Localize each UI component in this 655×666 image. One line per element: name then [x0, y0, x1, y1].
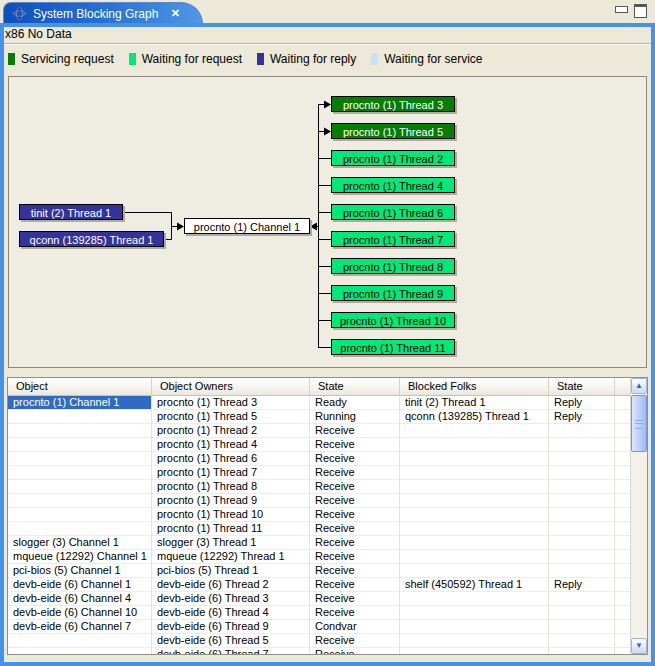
- table-row[interactable]: procnto (1) Thread 5Runningqconn (139285…: [8, 410, 647, 424]
- cell-owner[interactable]: procnto (1) Thread 8: [152, 480, 310, 494]
- column-header-object-owners[interactable]: Object Owners: [152, 378, 310, 396]
- cell-owner[interactable]: procnto (1) Thread 10: [152, 508, 310, 522]
- cell-object[interactable]: [8, 452, 152, 466]
- cell-state[interactable]: Receive: [310, 550, 400, 564]
- cell-state[interactable]: Receive: [310, 522, 400, 536]
- minimize-icon[interactable]: [615, 6, 628, 13]
- cell-owner[interactable]: procnto (1) Thread 5: [152, 410, 310, 424]
- cell-state[interactable]: Receive: [310, 536, 400, 550]
- cell-object[interactable]: devb-eide (6) Channel 7: [8, 620, 152, 634]
- table-row[interactable]: procnto (1) Thread 6Receive: [8, 452, 647, 466]
- cell-blocked-state[interactable]: [549, 592, 615, 606]
- cell-owner[interactable]: procnto (1) Thread 2: [152, 424, 310, 438]
- cell-state[interactable]: Receive: [310, 452, 400, 466]
- cell-state[interactable]: Condvar: [310, 620, 400, 634]
- cell-state[interactable]: Receive: [310, 466, 400, 480]
- cell-object[interactable]: slogger (3) Channel 1: [8, 536, 152, 550]
- cell-blocked-state[interactable]: [549, 466, 615, 480]
- cell-owner[interactable]: procnto (1) Thread 7: [152, 466, 310, 480]
- cell-object[interactable]: [8, 508, 152, 522]
- cell-object[interactable]: mqueue (12292) Channel 1: [8, 550, 152, 564]
- graph-node-thread[interactable]: procnto (1) Thread 4: [331, 177, 455, 193]
- table-row[interactable]: procnto (1) Channel 1procnto (1) Thread …: [8, 396, 647, 410]
- cell-blocked[interactable]: [400, 620, 549, 634]
- cell-object[interactable]: [8, 424, 152, 438]
- cell-object[interactable]: [8, 634, 152, 648]
- cell-owner[interactable]: devb-eide (6) Thread 3: [152, 592, 310, 606]
- cell-state[interactable]: Ready: [310, 396, 400, 410]
- table-row[interactable]: slogger (3) Channel 1slogger (3) Thread …: [8, 536, 647, 550]
- table-row[interactable]: devb-eide (6) Channel 7devb-eide (6) Thr…: [8, 620, 647, 634]
- table-row[interactable]: mqueue (12292) Channel 1mqueue (12292) T…: [8, 550, 647, 564]
- cell-blocked[interactable]: qconn (139285) Thread 1: [400, 410, 549, 424]
- table-row[interactable]: procnto (1) Thread 2Receive: [8, 424, 647, 438]
- cell-blocked-state[interactable]: [549, 648, 615, 655]
- cell-blocked-state[interactable]: [549, 634, 615, 648]
- graph-node-client[interactable]: qconn (139285) Thread 1: [19, 231, 164, 247]
- cell-blocked-state[interactable]: [549, 522, 615, 536]
- cell-object[interactable]: devb-eide (6) Channel 1: [8, 578, 152, 592]
- cell-object[interactable]: [8, 480, 152, 494]
- cell-blocked[interactable]: [400, 466, 549, 480]
- cell-owner[interactable]: devb-eide (6) Thread 7: [152, 648, 310, 655]
- cell-blocked[interactable]: [400, 648, 549, 655]
- cell-owner[interactable]: pci-bios (5) Thread 1: [152, 564, 310, 578]
- cell-owner[interactable]: devb-eide (6) Thread 2: [152, 578, 310, 592]
- column-header-state[interactable]: State: [310, 378, 400, 396]
- graph-node-thread[interactable]: procnto (1) Thread 6: [331, 204, 455, 220]
- cell-blocked-state[interactable]: [549, 494, 615, 508]
- tab-system-blocking-graph[interactable]: System Blocking Graph ✕: [3, 2, 203, 24]
- table-row[interactable]: procnto (1) Thread 7Receive: [8, 466, 647, 480]
- cell-object[interactable]: devb-eide (6) Channel 10: [8, 606, 152, 620]
- graph-node-thread[interactable]: procnto (1) Thread 10: [331, 312, 455, 328]
- graph-node-thread[interactable]: procnto (1) Thread 11: [331, 339, 455, 355]
- table-row[interactable]: devb-eide (6) Thread 5Receive: [8, 634, 647, 648]
- cell-state[interactable]: Receive: [310, 480, 400, 494]
- cell-blocked[interactable]: [400, 438, 549, 452]
- cell-blocked-state[interactable]: [549, 424, 615, 438]
- cell-object[interactable]: [8, 648, 152, 655]
- cell-owner[interactable]: procnto (1) Thread 6: [152, 452, 310, 466]
- cell-owner[interactable]: mqueue (12292) Thread 1: [152, 550, 310, 564]
- cell-state[interactable]: Receive: [310, 606, 400, 620]
- cell-blocked-state[interactable]: Reply: [549, 410, 615, 424]
- cell-owner[interactable]: devb-eide (6) Thread 4: [152, 606, 310, 620]
- cell-blocked[interactable]: tinit (2) Thread 1: [400, 396, 549, 410]
- table-row[interactable]: procnto (1) Thread 10Receive: [8, 508, 647, 522]
- cell-owner[interactable]: devb-eide (6) Thread 5: [152, 634, 310, 648]
- graph-node-thread[interactable]: procnto (1) Thread 9: [331, 285, 455, 301]
- cell-blocked[interactable]: [400, 634, 549, 648]
- cell-blocked-state[interactable]: [549, 606, 615, 620]
- graph-node-client[interactable]: tinit (2) Thread 1: [19, 204, 123, 220]
- cell-blocked[interactable]: [400, 480, 549, 494]
- cell-blocked[interactable]: shelf (450592) Thread 1: [400, 578, 549, 592]
- cell-state[interactable]: Receive: [310, 648, 400, 655]
- cell-object[interactable]: procnto (1) Channel 1: [8, 396, 152, 410]
- table-row[interactable]: devb-eide (6) Channel 10devb-eide (6) Th…: [8, 606, 647, 620]
- cell-blocked[interactable]: [400, 522, 549, 536]
- maximize-icon[interactable]: [634, 4, 647, 18]
- column-header-object[interactable]: Object: [8, 378, 152, 396]
- cell-blocked[interactable]: [400, 592, 549, 606]
- cell-blocked-state[interactable]: [549, 536, 615, 550]
- table-row[interactable]: devb-eide (6) Channel 4devb-eide (6) Thr…: [8, 592, 647, 606]
- scroll-down-icon[interactable]: ▼: [631, 638, 647, 654]
- vertical-scrollbar[interactable]: ▲ ▼: [630, 378, 647, 654]
- cell-object[interactable]: [8, 494, 152, 508]
- scroll-up-icon[interactable]: ▲: [631, 378, 647, 394]
- cell-blocked-state[interactable]: [549, 550, 615, 564]
- table-row[interactable]: procnto (1) Thread 9Receive: [8, 494, 647, 508]
- tab-close-icon[interactable]: ✕: [168, 7, 182, 20]
- cell-state[interactable]: Receive: [310, 634, 400, 648]
- cell-blocked[interactable]: [400, 494, 549, 508]
- cell-owner[interactable]: slogger (3) Thread 1: [152, 536, 310, 550]
- cell-object[interactable]: devb-eide (6) Channel 4: [8, 592, 152, 606]
- cell-blocked-state[interactable]: Reply: [549, 396, 615, 410]
- cell-owner[interactable]: devb-eide (6) Thread 9: [152, 620, 310, 634]
- cell-blocked[interactable]: [400, 536, 549, 550]
- cell-state[interactable]: Running: [310, 410, 400, 424]
- cell-object[interactable]: [8, 522, 152, 536]
- cell-object[interactable]: pci-bios (5) Channel 1: [8, 564, 152, 578]
- cell-state[interactable]: Receive: [310, 564, 400, 578]
- cell-state[interactable]: Receive: [310, 578, 400, 592]
